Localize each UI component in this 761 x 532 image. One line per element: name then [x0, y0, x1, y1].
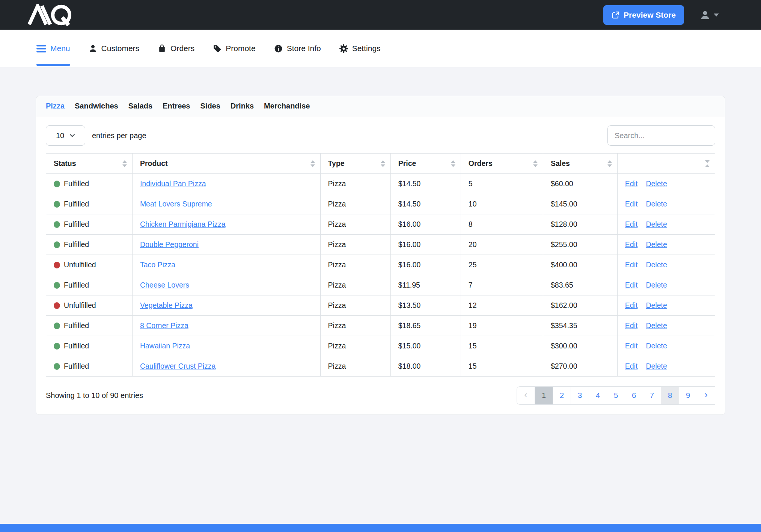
- status-cell: Fulfilled: [46, 194, 133, 214]
- sort-icon: [607, 160, 612, 167]
- category-tab[interactable]: Sandwiches: [75, 102, 118, 110]
- product-link[interactable]: 8 Corner Pizza: [140, 321, 188, 330]
- user-avatar-icon: [700, 10, 710, 20]
- product-link[interactable]: Taco Pizza: [140, 261, 175, 269]
- category-tab[interactable]: Merchandise: [264, 102, 310, 110]
- column-header-orders[interactable]: Orders: [461, 154, 543, 174]
- nav-item-label: Promote: [226, 44, 255, 53]
- column-header-type[interactable]: Type: [320, 154, 390, 174]
- orders-cell: 15: [461, 336, 543, 356]
- edit-link[interactable]: Edit: [625, 362, 638, 370]
- person-icon: [88, 44, 98, 53]
- edit-link[interactable]: Edit: [625, 342, 638, 350]
- nav-item-label: Orders: [170, 44, 194, 53]
- product-cell: Vegetable Pizza: [132, 295, 320, 316]
- search-input[interactable]: [607, 125, 715, 146]
- product-link[interactable]: Individual Pan Pizza: [140, 179, 206, 188]
- column-header-product[interactable]: Product: [132, 154, 320, 174]
- page-button[interactable]: ›: [697, 386, 715, 405]
- edit-link[interactable]: Edit: [625, 321, 638, 330]
- column-header-status[interactable]: Status: [46, 154, 133, 174]
- edit-link[interactable]: Edit: [625, 261, 638, 269]
- edit-link[interactable]: Edit: [625, 220, 638, 228]
- product-link[interactable]: Hawaiian Pizza: [140, 342, 190, 350]
- page-button[interactable]: 6: [625, 386, 643, 405]
- column-header-sales[interactable]: Sales: [543, 154, 618, 174]
- edit-link[interactable]: Edit: [625, 200, 638, 208]
- hamburger-icon: [36, 44, 47, 53]
- product-link[interactable]: Double Pepperoni: [140, 240, 199, 249]
- status-label: Fulfilled: [64, 179, 89, 188]
- page-button[interactable]: 5: [607, 386, 625, 405]
- product-link[interactable]: Vegetable Pizza: [140, 301, 193, 309]
- nav-item-promote[interactable]: Promote: [212, 30, 255, 67]
- type-cell: Pizza: [320, 235, 390, 255]
- delete-link[interactable]: Delete: [646, 200, 667, 208]
- category-tab[interactable]: Sides: [200, 102, 220, 110]
- column-header-actions[interactable]: [617, 154, 715, 174]
- type-cell: Pizza: [320, 295, 390, 316]
- page-button[interactable]: 8: [661, 386, 679, 405]
- delete-link[interactable]: Delete: [646, 301, 667, 309]
- page-button[interactable]: ‹: [517, 386, 535, 405]
- edit-link[interactable]: Edit: [625, 301, 638, 309]
- type-cell: Pizza: [320, 356, 390, 377]
- product-link[interactable]: Cheese Lovers: [140, 281, 189, 289]
- product-cell: Cauliflower Crust Pizza: [132, 356, 320, 377]
- page-size-value: 10: [56, 131, 64, 140]
- category-tab[interactable]: Drinks: [231, 102, 254, 110]
- menu-table-wrap: Status Product Type Price: [36, 153, 725, 377]
- delete-link[interactable]: Delete: [646, 342, 667, 350]
- chevron-down-icon: [714, 14, 719, 17]
- preview-store-button[interactable]: Preview Store: [603, 5, 684, 25]
- category-tab[interactable]: Pizza: [46, 102, 65, 110]
- orders-cell: 8: [461, 214, 543, 235]
- nav-item-settings[interactable]: Settings: [339, 30, 381, 67]
- nav-item-menu[interactable]: Menu: [36, 30, 70, 67]
- delete-link[interactable]: Delete: [646, 220, 667, 228]
- nav-item-customers[interactable]: Customers: [88, 30, 140, 67]
- page-button[interactable]: 4: [589, 386, 607, 405]
- category-tab[interactable]: Salads: [128, 102, 152, 110]
- delete-link[interactable]: Delete: [646, 261, 667, 269]
- edit-link[interactable]: Edit: [625, 240, 638, 249]
- product-link[interactable]: Chicken Parmigiana Pizza: [140, 220, 226, 228]
- nav-item-store-info[interactable]: Store Info: [274, 30, 321, 67]
- user-menu[interactable]: [700, 10, 719, 20]
- sort-icon: [122, 160, 127, 167]
- product-link[interactable]: Meat Lovers Supreme: [140, 200, 212, 208]
- column-header-price[interactable]: Price: [390, 154, 461, 174]
- page-size-select[interactable]: 10: [46, 125, 85, 146]
- delete-link[interactable]: Delete: [646, 179, 667, 188]
- category-tab[interactable]: Entrees: [163, 102, 190, 110]
- delete-link[interactable]: Delete: [646, 281, 667, 289]
- status-dot: [54, 201, 60, 208]
- table-row: Fulfilled 8 Corner Pizza Pizza $18.65 19…: [46, 316, 715, 336]
- delete-link[interactable]: Delete: [646, 362, 667, 370]
- info-circle-icon: [274, 44, 283, 53]
- sales-cell: $400.00: [543, 255, 618, 275]
- sort-icon: [381, 160, 385, 167]
- product-cell: Taco Pizza: [132, 255, 320, 275]
- price-cell: $16.00: [390, 255, 461, 275]
- edit-link[interactable]: Edit: [625, 281, 638, 289]
- sales-cell: $60.00: [543, 174, 618, 194]
- price-cell: $16.00: [390, 214, 461, 235]
- nav-item-orders[interactable]: Orders: [157, 30, 194, 67]
- product-link[interactable]: Cauliflower Crust Pizza: [140, 362, 216, 370]
- sales-cell: $162.00: [543, 295, 618, 316]
- delete-link[interactable]: Delete: [646, 240, 667, 249]
- page-button[interactable]: 1: [535, 386, 553, 405]
- page-button[interactable]: 3: [571, 386, 589, 405]
- brand-logo[interactable]: [26, 4, 74, 26]
- status-label: Fulfilled: [64, 342, 89, 350]
- status-cell: Fulfilled: [46, 356, 133, 377]
- card-footer: Showing 1 to 10 of 90 entries ‹ 1 2 3 4 …: [36, 377, 725, 414]
- orders-cell: 20: [461, 235, 543, 255]
- main-nav: Menu Customers Orders Promote: [0, 30, 761, 67]
- page-button[interactable]: 2: [553, 386, 571, 405]
- page-button[interactable]: 7: [643, 386, 661, 405]
- edit-link[interactable]: Edit: [625, 179, 638, 188]
- page-button[interactable]: 9: [679, 386, 697, 405]
- delete-link[interactable]: Delete: [646, 321, 667, 330]
